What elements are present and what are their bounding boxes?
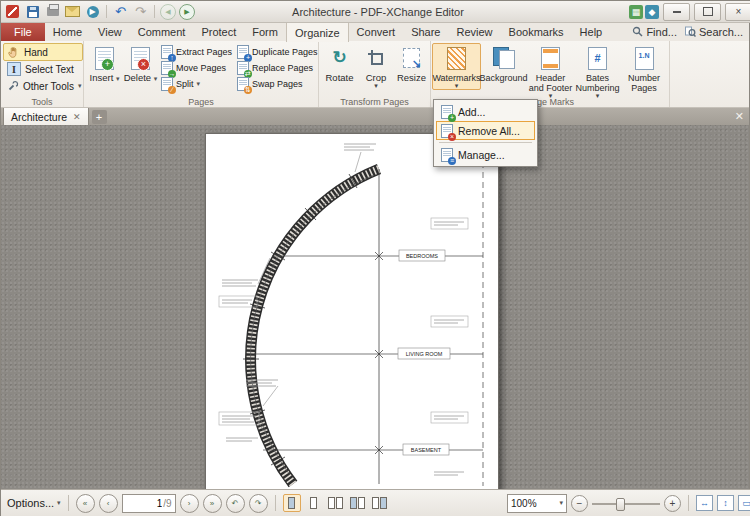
insert-pages-button[interactable]: + Insert ▾ [86,43,123,85]
options-button[interactable]: Options... ▾ [7,497,61,509]
dropdown-arrow-icon: ▾ [455,83,459,89]
launch-applications-icon[interactable]: ▦ [629,5,643,19]
tab-help[interactable]: Help [572,22,611,41]
find-icon [632,26,643,37]
remove-watermark-icon: × [441,124,453,138]
next-page-button[interactable]: › [180,494,199,513]
resize-icon [399,45,425,71]
split-icon: ∕ [161,77,173,91]
layout-continuous-button[interactable] [305,494,323,512]
layout-two-pages-continuous-button[interactable] [349,494,367,512]
other-tools-button[interactable]: Other Tools ▾ [3,77,85,95]
tab-file[interactable]: File [1,22,45,41]
architectural-drawing: BEDROOMS LIVING ROOM BASEMENT [206,134,498,489]
previous-page-button[interactable]: ‹ [99,494,118,513]
tab-comment[interactable]: Comment [130,22,194,41]
tab-organize[interactable]: Organize [286,22,349,42]
document-canvas[interactable]: BEDROOMS LIVING ROOM BASEMENT [1,125,749,489]
last-page-button[interactable]: » [203,494,222,513]
find-button[interactable]: Find... [632,26,677,38]
search-icon [685,26,696,37]
tab-home[interactable]: Home [45,22,90,41]
menu-item-manage-watermarks[interactable]: ≡ Manage... [436,145,535,164]
tab-share[interactable]: Share [403,22,448,41]
duplicate-pages-button[interactable]: + Duplicate Pages [237,44,318,59]
tab-bookmarks[interactable]: Bookmarks [501,22,572,41]
label-living-room: LIVING ROOM [406,351,443,357]
previous-view-button[interactable]: ↶ [226,494,245,513]
ui-options-icon[interactable]: ◆ [645,5,659,19]
close-tab-icon[interactable]: ✕ [73,112,81,122]
zoom-slider-track[interactable] [592,503,660,505]
zoom-in-button[interactable]: + [664,495,681,512]
new-tab-button[interactable]: + [92,110,107,124]
back-view-icon[interactable]: ◀ [160,4,176,20]
document-tab-architecture[interactable]: Architecture ✕ [3,107,89,125]
dropdown-arrow-icon: ▾ [197,80,201,88]
tab-protect[interactable]: Protect [193,22,244,41]
insert-pages-icon: + [92,45,118,71]
tab-review[interactable]: Review [448,22,500,41]
search-button[interactable]: Search... [685,26,743,38]
dropdown-arrow-icon: ▾ [78,82,82,90]
redo-icon[interactable]: ↷ [132,4,149,20]
tab-form[interactable]: Form [244,22,286,41]
move-pages-icon: → [161,61,173,75]
header-footer-button[interactable]: Header and Footer ▾ [526,43,575,100]
swap-pages-button[interactable]: ⇅ Swap Pages [237,76,303,91]
app-logo-icon[interactable] [4,4,21,20]
bates-numbering-button[interactable]: # Bates Numbering ▾ [573,43,622,100]
replace-pages-button[interactable]: ⇄ Replace Pages [237,60,313,75]
layout-cover-button[interactable] [371,494,389,512]
tab-convert[interactable]: Convert [349,22,404,41]
maximize-button[interactable] [694,3,721,21]
hand-tool-button[interactable]: Hand [3,43,83,61]
tab-view[interactable]: View [90,22,130,41]
watermarks-dropdown-menu: + Add... × Remove All... ≡ Manage... [433,99,538,167]
label-bedrooms: BEDROOMS [406,253,438,259]
zoom-out-button[interactable]: − [571,495,588,512]
duplicate-pages-icon: + [237,45,249,59]
first-page-button[interactable]: « [76,494,95,513]
next-view-button[interactable]: ↷ [249,494,268,513]
select-text-button[interactable]: I Select Text [3,60,78,78]
extract-pages-button[interactable]: ↑ Extract Pages [161,44,232,59]
fit-height-button[interactable]: ↕ [717,495,734,511]
move-pages-button[interactable]: → Move Pages [161,60,226,75]
bates-numbering-icon: # [585,45,611,71]
layout-single-page-button[interactable] [283,494,301,512]
replace-pages-icon: ⇄ [237,61,249,75]
layout-two-pages-button[interactable] [327,494,345,512]
close-button[interactable]: × [725,3,750,21]
undo-icon[interactable]: ↶ [112,4,129,20]
save-icon[interactable] [24,4,41,20]
document-tab-bar: Architecture ✕ + ✕ [1,107,749,125]
fit-width-button[interactable]: ↔ [696,495,713,511]
ribbon: Hand I Select Text Other Tools ▾ Tools +… [1,41,749,108]
forward-view-icon[interactable]: ▶ [179,4,195,20]
zoom-level-select[interactable]: 100% ▾ [507,494,567,513]
minimize-button[interactable] [663,3,690,21]
print-icon[interactable] [44,4,61,20]
crop-button[interactable]: Crop ▾ [358,43,394,90]
close-document-icon[interactable]: ✕ [735,110,744,123]
rotate-button[interactable]: ↻ Rotate [321,43,358,84]
split-button[interactable]: ∕ Split ▾ [161,76,200,91]
share-icon[interactable]: ▶ [84,4,101,20]
delete-pages-button[interactable]: × Delete ▾ [122,43,159,85]
delete-pages-icon: × [128,45,154,71]
resize-button[interactable]: Resize [393,43,430,84]
tools-icon [7,80,19,92]
email-icon[interactable] [64,4,81,20]
number-pages-button[interactable]: 1.N Number Pages [620,43,668,94]
watermarks-button[interactable]: Watermarks ▾ [432,43,481,90]
background-button[interactable]: Background [479,43,528,84]
zoom-slider-handle[interactable] [616,498,625,511]
page-number-input[interactable] [144,498,162,509]
crop-icon [363,45,389,71]
menu-item-add-watermark[interactable]: + Add... [436,102,535,121]
menu-item-remove-all-watermarks[interactable]: × Remove All... [436,121,535,140]
zoom-slider[interactable] [592,496,660,511]
fit-page-button[interactable]: ▭ [738,495,750,511]
page-number-field[interactable]: /9 [122,494,176,513]
